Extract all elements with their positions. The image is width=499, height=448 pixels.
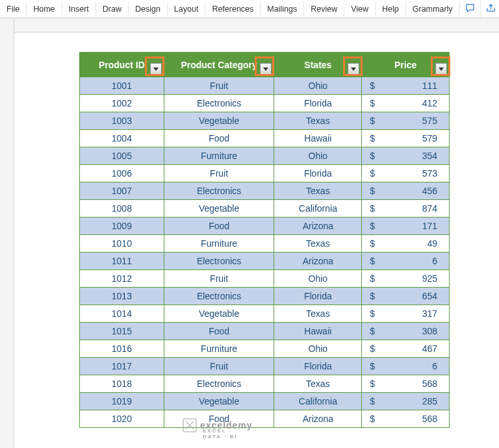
cell-price[interactable]: $49 (362, 235, 450, 253)
cell-product-id[interactable]: 1016 (80, 340, 164, 358)
cell-category[interactable]: Furniture (164, 147, 274, 165)
cell-price[interactable]: $111 (362, 77, 450, 95)
cell-state[interactable]: Texas (274, 182, 362, 200)
cell-price[interactable]: $568 (362, 375, 450, 393)
filter-button-price[interactable] (435, 63, 447, 75)
cell-product-id[interactable]: 1003 (80, 112, 164, 130)
cell-product-id[interactable]: 1007 (80, 182, 164, 200)
cell-price[interactable]: $925 (362, 270, 450, 288)
cell-price[interactable]: $6 (362, 253, 450, 270)
cell-price[interactable]: $412 (362, 95, 450, 112)
cell-state[interactable]: Florida (274, 95, 362, 112)
cell-product-id[interactable]: 1009 (80, 218, 164, 235)
cell-price[interactable]: $467 (362, 340, 450, 358)
tab-layout[interactable]: Layout (168, 2, 206, 16)
tab-home[interactable]: Home (27, 2, 62, 16)
cell-price[interactable]: $171 (362, 218, 450, 235)
cell-category[interactable]: Food (164, 410, 274, 428)
table-row: 1011ElectronicsArizona$6 (80, 253, 450, 270)
cell-category[interactable]: Vegetable (164, 200, 274, 218)
cell-state[interactable]: California (274, 200, 362, 218)
cell-price[interactable]: $573 (362, 165, 450, 182)
cell-price[interactable]: $579 (362, 130, 450, 147)
cell-category[interactable]: Electronics (164, 95, 274, 112)
tab-references[interactable]: References (205, 2, 261, 16)
cell-category[interactable]: Food (164, 323, 274, 340)
cell-category[interactable]: Electronics (164, 375, 274, 393)
tab-mailings[interactable]: Mailings (261, 2, 304, 16)
tab-grammarly[interactable]: Grammarly (406, 2, 460, 16)
tab-insert[interactable]: Insert (62, 2, 96, 16)
cell-product-id[interactable]: 1011 (80, 253, 164, 270)
cell-state[interactable]: Florida (274, 288, 362, 305)
cell-product-id[interactable]: 1013 (80, 288, 164, 305)
tab-review[interactable]: Review (304, 2, 344, 16)
cell-category[interactable]: Fruit (164, 165, 274, 182)
cell-category[interactable]: Food (164, 218, 274, 235)
cell-state[interactable]: Ohio (274, 77, 362, 95)
cell-category[interactable]: Furniture (164, 235, 274, 253)
cell-price[interactable]: $456 (362, 182, 450, 200)
cell-price[interactable]: $6 (362, 358, 450, 375)
cell-category[interactable]: Electronics (164, 253, 274, 270)
cell-state[interactable]: Florida (274, 358, 362, 375)
share-button[interactable] (481, 1, 499, 18)
tab-help[interactable]: Help (376, 2, 406, 16)
cell-product-id[interactable]: 1008 (80, 200, 164, 218)
cell-product-id[interactable]: 1017 (80, 358, 164, 375)
cell-product-id[interactable]: 1010 (80, 235, 164, 253)
cell-state[interactable]: Arizona (274, 218, 362, 235)
cell-category[interactable]: Fruit (164, 77, 274, 95)
cell-product-id[interactable]: 1018 (80, 375, 164, 393)
cell-price[interactable]: $575 (362, 112, 450, 130)
cell-category[interactable]: Fruit (164, 358, 274, 375)
cell-product-id[interactable]: 1012 (80, 270, 164, 288)
cell-product-id[interactable]: 1020 (80, 410, 164, 428)
cell-price[interactable]: $285 (362, 393, 450, 410)
cell-state[interactable]: Arizona (274, 253, 362, 270)
cell-product-id[interactable]: 1014 (80, 305, 164, 323)
cell-category[interactable]: Vegetable (164, 305, 274, 323)
cell-state[interactable]: Ohio (274, 340, 362, 358)
filter-button-states[interactable] (348, 63, 359, 75)
cell-product-id[interactable]: 1001 (80, 77, 164, 95)
cell-state[interactable]: Texas (274, 112, 362, 130)
cell-product-id[interactable]: 1006 (80, 165, 164, 182)
cell-state[interactable]: Ohio (274, 147, 362, 165)
filter-button-product-id[interactable] (150, 63, 162, 75)
cell-category[interactable]: Fruit (164, 270, 274, 288)
cell-category[interactable]: Vegetable (164, 393, 274, 410)
cell-product-id[interactable]: 1004 (80, 130, 164, 147)
cell-state[interactable]: Texas (274, 235, 362, 253)
cell-product-id[interactable]: 1002 (80, 95, 164, 112)
cell-price[interactable]: $874 (362, 200, 450, 218)
filter-button-category[interactable] (260, 63, 272, 75)
cell-state[interactable]: Florida (274, 165, 362, 182)
cell-state[interactable]: Hawaii (274, 323, 362, 340)
table-row: 1020FoodArizona$568 (80, 410, 450, 428)
cell-state[interactable]: Texas (274, 305, 362, 323)
cell-price[interactable]: $317 (362, 305, 450, 323)
cell-price[interactable]: $308 (362, 323, 450, 340)
cell-price[interactable]: $654 (362, 288, 450, 305)
tab-design[interactable]: Design (129, 2, 168, 16)
cell-product-id[interactable]: 1019 (80, 393, 164, 410)
cell-price[interactable]: $354 (362, 147, 450, 165)
cell-price[interactable]: $568 (362, 410, 450, 428)
cell-category[interactable]: Electronics (164, 288, 274, 305)
cell-state[interactable]: Hawaii (274, 130, 362, 147)
cell-state[interactable]: Arizona (274, 410, 362, 428)
cell-product-id[interactable]: 1015 (80, 323, 164, 340)
cell-state[interactable]: Texas (274, 375, 362, 393)
cell-product-id[interactable]: 1005 (80, 147, 164, 165)
tab-file[interactable]: File (3, 2, 27, 16)
cell-category[interactable]: Vegetable (164, 112, 274, 130)
comments-button[interactable] (460, 1, 481, 18)
cell-state[interactable]: Ohio (274, 270, 362, 288)
cell-category[interactable]: Food (164, 130, 274, 147)
tab-view[interactable]: View (344, 2, 376, 16)
cell-category[interactable]: Electronics (164, 182, 274, 200)
cell-state[interactable]: California (274, 393, 362, 410)
tab-draw[interactable]: Draw (96, 2, 129, 16)
cell-category[interactable]: Furniture (164, 340, 274, 358)
